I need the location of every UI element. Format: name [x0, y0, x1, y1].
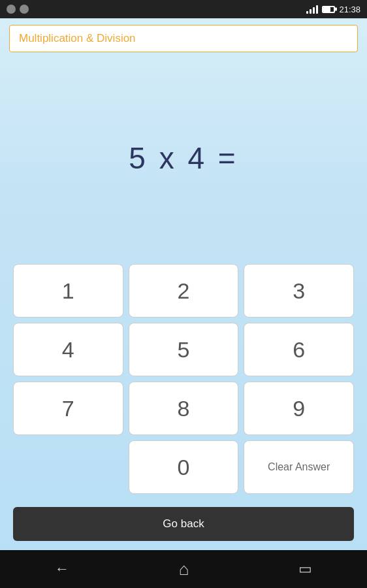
go-back-button[interactable]: Go back: [13, 507, 354, 541]
status-time: 21:38: [339, 5, 360, 14]
key-7[interactable]: 7: [13, 382, 123, 435]
key-3[interactable]: 3: [244, 264, 354, 318]
key-4[interactable]: 4: [13, 323, 123, 376]
home-nav-icon[interactable]: ⌂: [179, 559, 189, 580]
back-nav-icon[interactable]: ←: [55, 561, 69, 578]
status-bar-left: [7, 5, 29, 14]
battery-icon: [322, 6, 335, 13]
notification-icon-2: [20, 5, 29, 14]
key-9[interactable]: 9: [244, 382, 354, 435]
nav-bar: ← ⌂ ▭: [0, 550, 367, 588]
clear-answer-button[interactable]: Clear Answer: [244, 440, 354, 494]
question-text: 5 x 4 =: [129, 140, 238, 176]
battery-fill: [323, 7, 330, 12]
app-container: 5 x 4 = 1 2 3 4 5 6 7 8 9 0 Clear Answer…: [0, 18, 367, 550]
key-8[interactable]: 8: [129, 382, 239, 435]
wifi-icon: [306, 5, 318, 14]
status-bar: 21:38: [0, 0, 367, 18]
status-bar-right: 21:38: [306, 5, 360, 14]
recents-nav-icon[interactable]: ▭: [298, 561, 312, 578]
notification-icon: [7, 5, 16, 14]
keypad-area: 1 2 3 4 5 6 7 8 9 0 Clear Answer: [0, 257, 367, 500]
key-5[interactable]: 5: [129, 323, 239, 376]
key-1[interactable]: 1: [13, 264, 123, 318]
key-6[interactable]: 6: [244, 323, 354, 376]
top-bar: [0, 18, 367, 59]
keypad-grid: 1 2 3 4 5 6 7 8 9 0 Clear Answer: [13, 264, 354, 494]
question-area: 5 x 4 =: [0, 59, 367, 257]
go-back-area: Go back: [0, 500, 367, 550]
key-2[interactable]: 2: [129, 264, 239, 318]
title-input[interactable]: [9, 25, 358, 52]
key-0[interactable]: 0: [129, 440, 239, 494]
key-empty: [13, 440, 123, 494]
